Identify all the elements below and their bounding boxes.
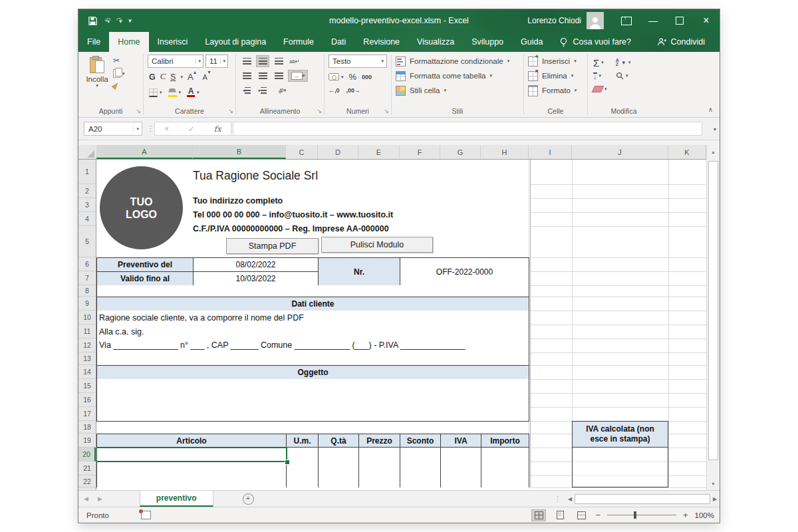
- column-header-B[interactable]: B: [193, 145, 286, 159]
- client-attn-line[interactable]: Alla c.a. sig.: [99, 327, 144, 336]
- valid-until-label[interactable]: Valido fino al: [96, 271, 194, 286]
- underline-button[interactable]: S: [170, 72, 176, 82]
- ribbon-display-options-button[interactable]: [613, 9, 640, 32]
- ribbon-tab-formule[interactable]: Formule: [275, 32, 323, 52]
- customize-qat-button[interactable]: ▾: [128, 17, 132, 24]
- increase-decimal-button[interactable]: ←,0: [329, 87, 340, 94]
- items-header-iva[interactable]: IVA: [440, 434, 481, 448]
- font-size-select[interactable]: 11▾: [205, 55, 228, 68]
- zoom-level[interactable]: 100%: [695, 511, 714, 519]
- next-sheet-icon[interactable]: ▶: [98, 495, 102, 502]
- bold-button[interactable]: G: [149, 72, 156, 82]
- normal-view-button[interactable]: [531, 509, 546, 521]
- underline-dropdown[interactable]: ▾: [180, 74, 183, 80]
- selected-cell-A20[interactable]: [96, 447, 287, 462]
- client-name-line[interactable]: Ragione sociale cliente, va a comporre i…: [99, 313, 304, 323]
- number-label[interactable]: Nr.: [318, 257, 400, 286]
- row-header-3[interactable]: 3: [78, 198, 96, 212]
- number-value[interactable]: OFF-2022-0000: [400, 257, 529, 286]
- number-dialog-launcher[interactable]: ↘: [384, 108, 389, 114]
- format-cells-button[interactable]: Formato▾: [524, 83, 587, 98]
- ribbon-tab-layout-di-pagina[interactable]: Layout di pagina: [196, 32, 275, 52]
- orientation-button[interactable]: ab▾: [272, 84, 292, 96]
- zoom-slider[interactable]: [607, 515, 676, 515]
- row-header-10[interactable]: 10: [78, 311, 96, 325]
- print-pdf-button[interactable]: Stampa PDF: [226, 238, 319, 254]
- fill-button[interactable]: ↓▾: [593, 72, 616, 80]
- fill-handle[interactable]: [285, 460, 290, 465]
- close-button[interactable]: ×: [693, 9, 720, 32]
- column-header-H[interactable]: H: [481, 145, 529, 159]
- column-header-G[interactable]: G: [440, 145, 481, 159]
- row-header-4[interactable]: 4: [78, 212, 96, 226]
- zoom-slider-thumb[interactable]: [634, 511, 636, 519]
- row-header-12[interactable]: 12: [78, 338, 96, 352]
- row-header-5[interactable]: 5: [78, 226, 96, 257]
- align-left-button[interactable]: [240, 70, 253, 82]
- client-address-line[interactable]: Via ______________ n° ___ , CAP ______ C…: [99, 340, 465, 350]
- sort-filter-button[interactable]: AZ▼▾: [616, 59, 642, 66]
- items-header-articolo[interactable]: Articolo: [96, 434, 287, 448]
- subject-section-header[interactable]: Oggetto: [96, 365, 529, 380]
- items-header-um[interactable]: U.m.: [286, 434, 319, 448]
- align-right-button[interactable]: [272, 70, 285, 82]
- column-header-A[interactable]: A: [96, 145, 193, 159]
- minimize-button[interactable]: —: [640, 9, 666, 32]
- ribbon-tab-visualizza[interactable]: Visualizza: [408, 32, 463, 52]
- clipboard-dialog-launcher[interactable]: ↘: [136, 108, 141, 114]
- cancel-entry-button[interactable]: ×: [164, 124, 169, 134]
- row-header-18[interactable]: 18: [78, 421, 96, 434]
- valid-until-value[interactable]: 10/03/2022: [193, 271, 319, 286]
- scroll-up-button[interactable]: ▲: [707, 145, 720, 158]
- row-header-20[interactable]: 20: [78, 448, 96, 462]
- tell-me-box[interactable]: Cosa vuoi fare?: [551, 32, 639, 52]
- column-header-I[interactable]: I: [529, 145, 572, 159]
- ribbon-tab-sviluppo[interactable]: Sviluppo: [463, 32, 512, 52]
- align-bottom-button[interactable]: [272, 55, 285, 67]
- row-header-21[interactable]: 21: [78, 462, 96, 475]
- row-header-8[interactable]: 8: [78, 285, 96, 297]
- row-header-19[interactable]: 19: [78, 434, 96, 448]
- worksheet[interactable]: TUOLOGO Tua Ragione Sociale Srl Tuo indi…: [96, 160, 706, 490]
- row-header-7[interactable]: 7: [78, 271, 96, 285]
- font-dialog-launcher[interactable]: ↘: [228, 108, 233, 114]
- confirm-entry-button[interactable]: ✓: [188, 124, 195, 134]
- sheet-nav-arrows[interactable]: ◀▶: [78, 491, 108, 507]
- formula-input[interactable]: [233, 122, 702, 136]
- find-select-button[interactable]: ▾: [616, 72, 642, 80]
- clear-form-button[interactable]: Pulisci Modulo: [321, 237, 433, 253]
- decrease-font-button[interactable]: A▼: [203, 72, 212, 81]
- quote-date-value[interactable]: 08/02/2022: [193, 257, 319, 272]
- spacer-row-8[interactable]: [96, 285, 529, 297]
- horizontal-scroll-thumb[interactable]: [575, 494, 710, 504]
- maximize-button[interactable]: [666, 9, 693, 32]
- select-all-corner[interactable]: [78, 145, 97, 159]
- cut-button[interactable]: ✂: [113, 56, 120, 65]
- ribbon-tab-revisione[interactable]: Revisione: [354, 32, 408, 52]
- vertical-scroll-thumb[interactable]: [708, 161, 718, 460]
- items-header-prezzo[interactable]: Prezzo: [358, 434, 400, 448]
- zoom-in-button[interactable]: +: [683, 510, 688, 520]
- delete-cells-button[interactable]: Elimina▾: [524, 68, 587, 83]
- ribbon-tab-file[interactable]: File: [78, 32, 109, 52]
- scroll-down-button[interactable]: ▼: [707, 477, 720, 490]
- vertical-scrollbar[interactable]: ▲ ▼: [706, 145, 720, 490]
- undo-button[interactable]: ↶▾: [104, 16, 110, 25]
- column-header-F[interactable]: F: [400, 145, 440, 159]
- font-color-button[interactable]: A▾: [187, 88, 200, 97]
- save-icon[interactable]: [88, 16, 98, 26]
- autosum-button[interactable]: Σ▾: [593, 57, 616, 68]
- row-header-2[interactable]: 2: [78, 184, 96, 198]
- vat-note-box[interactable]: [572, 448, 668, 487]
- ribbon-tab-inserisci[interactable]: Inserisci: [149, 32, 197, 52]
- row-header-11[interactable]: 11: [78, 325, 96, 338]
- expand-formula-bar-button[interactable]: ▾: [714, 126, 716, 132]
- copy-button[interactable]: ▾: [113, 69, 125, 78]
- scroll-right-button[interactable]: ▶: [710, 496, 720, 502]
- insert-cells-button[interactable]: Inserisci▾: [524, 54, 587, 68]
- page-layout-view-button[interactable]: [553, 509, 567, 521]
- column-header-D[interactable]: D: [318, 145, 358, 159]
- collapse-ribbon-button[interactable]: ∧: [708, 106, 713, 113]
- spacer-row-13[interactable]: [96, 352, 529, 366]
- page-break-view-button[interactable]: [574, 509, 589, 521]
